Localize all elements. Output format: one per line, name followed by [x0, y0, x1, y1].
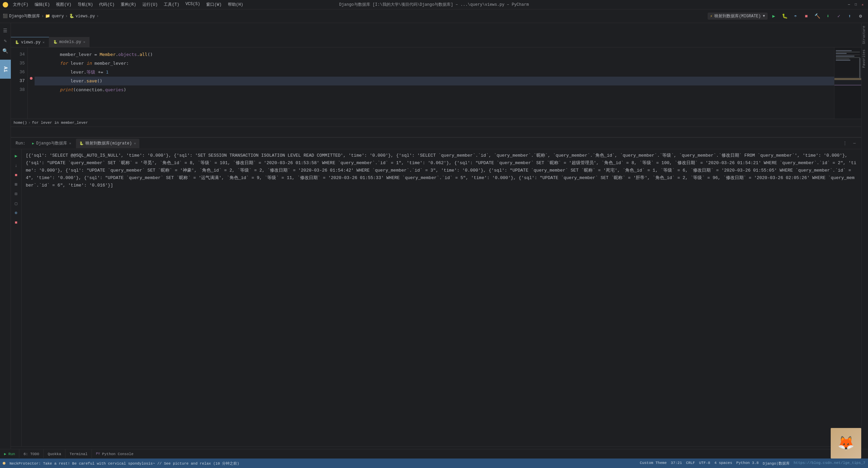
run-tab-django[interactable]: ▶ Django与数据库 ✕: [29, 139, 75, 148]
menu-help[interactable]: 帮助(H): [225, 1, 246, 8]
status-position[interactable]: 37:21: [671, 461, 682, 466]
run-toolbar-down[interactable]: ↓: [12, 161, 20, 170]
bottom-tab-run[interactable]: ▶ Run: [0, 449, 19, 459]
gutter-36: [28, 65, 35, 74]
tab-close-views[interactable]: ✕: [43, 40, 45, 44]
menu-navigate[interactable]: 导航(N): [75, 1, 96, 8]
menu-refactor[interactable]: 重构(R): [118, 1, 139, 8]
minimize-button[interactable]: —: [846, 2, 852, 7]
bc-sep1: ›: [28, 121, 31, 125]
run-toolbar-print[interactable]: ⊕: [12, 209, 20, 217]
minimap-scrollbar[interactable]: [859, 58, 861, 78]
run-panel: Run: ▶ Django与数据库 ✕ 🐍 映射到数据库(migrate) ✕ …: [11, 137, 861, 449]
code-line-35: for lever in member_lever:: [35, 59, 861, 68]
run-toolbar-filter[interactable]: ⊟: [12, 190, 20, 198]
tab-views-py[interactable]: 🐍 views.py ✕: [11, 37, 49, 47]
run-panel-label: Run:: [14, 140, 27, 147]
status-indent[interactable]: 4 spaces: [714, 461, 732, 466]
run-coverage-button[interactable]: ☂: [791, 12, 800, 21]
breadcrumb-folder: query: [52, 14, 64, 19]
bottom-tab-python-console[interactable]: PY Python Console: [92, 449, 137, 459]
menu-code[interactable]: 代码(C): [96, 1, 117, 8]
terminal-label: Terminal: [70, 452, 87, 456]
sidebar-edit-icon[interactable]: ✎: [1, 36, 10, 45]
run-tab-migrate[interactable]: 🐍 映射到数据库(migrate) ✕: [76, 139, 139, 148]
run-panel-menu-button[interactable]: ⋮: [841, 139, 849, 148]
menu-view[interactable]: 视图(V): [53, 1, 74, 8]
stop-button[interactable]: ■: [802, 12, 811, 21]
git-commit-button[interactable]: ✓: [834, 12, 844, 21]
gutter-35: [28, 56, 35, 65]
sidebar-search-icon[interactable]: 🔍: [1, 46, 10, 56]
output-text: [{'sql': 'SELECT @@SQL_AUTO_IS_NULL', 't…: [26, 152, 857, 189]
code-content[interactable]: member_lever = Member.objects.all() for …: [35, 47, 861, 119]
breadcrumb-file-icon: 🐍: [69, 14, 74, 19]
git-push-button[interactable]: ⬆: [845, 12, 854, 21]
bottom-tab-terminal[interactable]: Terminal: [65, 449, 92, 459]
run-bottom-label: Run: [8, 452, 15, 456]
run-toolbar-error[interactable]: ■: [12, 218, 20, 227]
quokka-label: Quokka: [48, 452, 61, 456]
run-tab-migrate-label: 映射到数据库(migrate): [85, 140, 132, 146]
project-icon: ⬛: [3, 14, 8, 19]
run-toolbar-restart[interactable]: ▶: [12, 152, 20, 160]
git-update-button[interactable]: ⬇: [823, 12, 833, 21]
code-line-37: lever.save(): [35, 77, 861, 85]
run-tab-django-label: Django与数据库: [36, 140, 67, 146]
menu-run[interactable]: 运行(U): [140, 1, 161, 8]
build-button[interactable]: 🔨: [812, 12, 822, 21]
run-toolbar-settings[interactable]: ▢: [12, 199, 20, 208]
window-controls[interactable]: — □ ✕: [846, 2, 865, 7]
breadcrumb-sep2: ›: [65, 14, 67, 19]
close-button[interactable]: ✕: [860, 2, 865, 7]
run-tab-close-1[interactable]: ✕: [69, 141, 71, 145]
right-sidebar-item-structure[interactable]: Structure: [862, 23, 868, 47]
menu-bar[interactable]: 文件(F) 编辑(E) 视图(V) 导航(N) 代码(C) 重构(R) 运行(U…: [10, 1, 246, 8]
todo-label: 6: TODO: [23, 452, 39, 456]
code-area[interactable]: 34 35 36 37 38 member_lever = Member.obj…: [11, 47, 861, 119]
run-tab-migrate-icon: 🐍: [79, 141, 83, 145]
gutter-37: [28, 74, 35, 83]
status-theme[interactable]: Custom Theme: [640, 461, 667, 466]
python-console-icon: PY: [96, 452, 100, 456]
tab-models-py[interactable]: 🐍 models.py ✕: [49, 37, 90, 47]
menu-file[interactable]: 文件(F): [10, 1, 31, 8]
breakpoint-37[interactable]: [30, 77, 33, 80]
debug-button[interactable]: 🐛: [780, 12, 789, 21]
python-console-label: Python Console: [102, 452, 133, 456]
run-button[interactable]: ▶: [769, 12, 778, 21]
corner-character: 🦊: [831, 428, 861, 459]
run-panel-actions: ⋮ —: [841, 139, 859, 148]
ai-badge[interactable]: Ai: [0, 60, 11, 79]
bottom-tab-quokka[interactable]: Quokka: [44, 449, 66, 459]
menu-edit[interactable]: 编辑(E): [32, 1, 53, 8]
run-tab-close-2[interactable]: ✕: [134, 141, 136, 145]
right-sidebar-item-favorites[interactable]: Favorites: [862, 47, 868, 71]
run-toolbar-stop[interactable]: ■: [12, 171, 20, 179]
sidebar-project-icon[interactable]: ☰: [1, 26, 10, 35]
run-panel-minimize-button[interactable]: —: [850, 139, 859, 148]
run-tab-icon: ▶: [32, 141, 34, 145]
breadcrumb-sep3: ›: [96, 14, 99, 19]
menu-window[interactable]: 窗口(W): [203, 1, 224, 8]
settings-button[interactable]: ⚙: [856, 12, 865, 21]
status-line-ending[interactable]: CRLF: [686, 461, 695, 466]
menu-tools[interactable]: 工具(T): [161, 1, 182, 8]
status-encoding[interactable]: UTF-8: [699, 461, 710, 466]
run-config-dropdown-icon[interactable]: ▼: [763, 14, 765, 18]
status-indicator: [3, 462, 5, 465]
run-config-label: 映射到数据库(MIGRATE): [714, 13, 761, 19]
minimap: [834, 47, 861, 119]
status-language[interactable]: Python 3.8: [736, 461, 759, 466]
menu-vcs[interactable]: VCS(S): [183, 1, 203, 8]
line-num-38: 38: [11, 85, 25, 94]
code-editor[interactable]: 🐍 views.py ✕ 🐍 models.py ✕ 34 35 36 37 3…: [11, 35, 861, 128]
output-area: [{'sql': 'SELECT @@SQL_AUTO_IS_NULL', 't…: [22, 149, 861, 449]
status-dot-item: [3, 462, 5, 465]
tab-close-models[interactable]: ✕: [83, 40, 85, 44]
run-config-selector[interactable]: ⚡ 映射到数据库(MIGRATE) ▼: [708, 13, 768, 20]
bottom-tab-todo[interactable]: 6: TODO: [19, 449, 43, 459]
run-config-icon: ⚡: [710, 14, 713, 18]
maximize-button[interactable]: □: [853, 2, 859, 7]
run-toolbar-wrap[interactable]: ⊞: [12, 180, 20, 189]
